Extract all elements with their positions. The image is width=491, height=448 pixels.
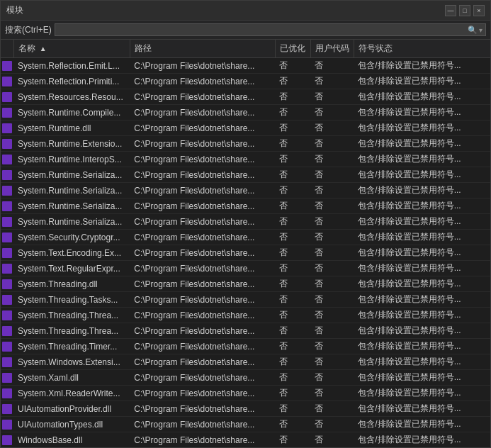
module-optimized: 否 — [275, 292, 310, 308]
table-row[interactable]: System.Reflection.Primiti...C:\Program F… — [1, 74, 490, 89]
module-optimized: 否 — [275, 339, 310, 354]
module-icon — [2, 435, 12, 445]
module-icon — [2, 186, 12, 196]
search-input[interactable] — [58, 25, 468, 35]
restore-button[interactable]: □ — [459, 5, 470, 16]
module-path: C:\Program Files\dotnet\share... — [130, 121, 275, 136]
module-usercode: 否 — [310, 354, 354, 370]
module-path: C:\Program Files\dotnet\share... — [130, 323, 275, 339]
table-row[interactable]: System.Xml.ReaderWrite...C:\Program File… — [1, 386, 490, 401]
module-usercode: 否 — [310, 308, 354, 323]
module-optimized: 否 — [275, 432, 310, 448]
table-row[interactable]: UIAutomationTypes.dllC:\Program Files\do… — [1, 417, 490, 432]
table-row[interactable]: System.Runtime.dllC:\Program Files\dotne… — [1, 121, 490, 136]
table-row[interactable]: System.Windows.Extensi...C:\Program File… — [1, 354, 490, 370]
module-path: C:\Program Files\dotnet\share... — [130, 386, 275, 401]
module-icon-cell — [1, 89, 13, 105]
module-usercode: 否 — [310, 167, 354, 183]
table-row[interactable]: System.Reflection.Emit.L...C:\Program Fi… — [1, 58, 490, 74]
module-icon-cell — [1, 198, 13, 214]
table-row[interactable]: System.Text.Encoding.Ex...C:\Program Fil… — [1, 245, 490, 261]
module-usercode: 否 — [310, 183, 354, 198]
table-row[interactable]: System.Runtime.Serializa...C:\Program Fi… — [1, 214, 490, 230]
module-icon — [2, 295, 12, 305]
module-optimized: 否 — [275, 245, 310, 261]
table-row[interactable]: UIAutomationProvider.dllC:\Program Files… — [1, 401, 490, 417]
module-icon-cell — [1, 276, 13, 292]
module-icon-cell — [1, 230, 13, 245]
module-icon-cell — [1, 308, 13, 323]
module-optimized: 否 — [275, 152, 310, 167]
table-row[interactable]: System.Runtime.Compile...C:\Program File… — [1, 105, 490, 121]
module-symbols: 包含/排除设置已禁用符号... — [354, 152, 490, 167]
module-optimized: 否 — [275, 308, 310, 323]
table-row[interactable]: System.Threading.dllC:\Program Files\dot… — [1, 276, 490, 292]
module-symbols: 包含/排除设置已禁用符号... — [354, 183, 490, 198]
module-path: C:\Program Files\dotnet\share... — [130, 58, 275, 74]
search-input-wrap[interactable]: 🔍 ▾ — [55, 23, 486, 36]
table-row[interactable]: System.Security.Cryptogr...C:\Program Fi… — [1, 230, 490, 245]
search-icon[interactable]: 🔍 — [468, 26, 478, 35]
col-header-name[interactable]: 名称 ▲ — [13, 40, 130, 58]
table-row[interactable]: System.Threading.Threa...C:\Program File… — [1, 308, 490, 323]
module-icon — [2, 420, 12, 430]
module-name: System.Runtime.Extensio... — [13, 136, 130, 152]
module-icon-cell — [1, 354, 13, 370]
table-row[interactable]: System.Runtime.Serializa...C:\Program Fi… — [1, 167, 490, 183]
col-header-icon — [1, 40, 13, 58]
modules-window: 模块 — □ × 搜索(Ctrl+E) 🔍 ▾ 名称 ▲ 路 — [0, 0, 491, 448]
col-header-usercode[interactable]: 用户代码 — [310, 40, 354, 58]
module-icon-cell — [1, 386, 13, 401]
module-path: C:\Program Files\dotnet\share... — [130, 183, 275, 198]
module-usercode: 否 — [310, 339, 354, 354]
module-icon — [2, 373, 12, 383]
table-row[interactable]: System.Runtime.Serializa...C:\Program Fi… — [1, 183, 490, 198]
title-controls: — □ × — [445, 5, 485, 16]
module-name: System.Threading.Tasks... — [13, 292, 130, 308]
module-name: System.Xaml.dll — [13, 370, 130, 386]
module-icon — [2, 123, 12, 133]
col-header-path[interactable]: 路径 — [130, 40, 275, 58]
title-bar: 模块 — □ × — [1, 1, 490, 21]
table-row[interactable]: System.Runtime.Serializa...C:\Program Fi… — [1, 198, 490, 214]
col-header-symbols[interactable]: 符号状态 — [354, 40, 490, 58]
module-name: System.Runtime.Serializa... — [13, 183, 130, 198]
module-name: System.Reflection.Emit.L... — [13, 58, 130, 74]
minimize-button[interactable]: — — [445, 5, 456, 16]
col-header-optimized[interactable]: 已优化 — [275, 40, 310, 58]
module-symbols: 包含/排除设置已禁用符号... — [354, 230, 490, 245]
module-icon — [2, 264, 12, 274]
table-row[interactable]: System.Threading.Threa...C:\Program File… — [1, 323, 490, 339]
module-optimized: 否 — [275, 105, 310, 121]
module-symbols: 包含/排除设置已禁用符号... — [354, 417, 490, 432]
module-optimized: 否 — [275, 167, 310, 183]
module-usercode: 否 — [310, 432, 354, 448]
module-name: System.Security.Cryptogr... — [13, 230, 130, 245]
module-icon — [2, 342, 12, 352]
module-usercode: 否 — [310, 58, 354, 74]
search-dropdown-arrow[interactable]: ▾ — [479, 26, 482, 34]
module-icon-cell — [1, 136, 13, 152]
table-row[interactable]: System.Xaml.dllC:\Program Files\dotnet\s… — [1, 370, 490, 386]
table-row[interactable]: System.Runtime.InteropS...C:\Program Fil… — [1, 152, 490, 167]
table-row[interactable]: System.Threading.Tasks...C:\Program File… — [1, 292, 490, 308]
module-icon — [2, 92, 12, 102]
module-symbols: 包含/排除设置已禁用符号... — [354, 198, 490, 214]
table-row[interactable]: WindowsBase.dllC:\Program Files\dotnet\s… — [1, 432, 490, 448]
module-usercode: 否 — [310, 401, 354, 417]
module-usercode: 否 — [310, 136, 354, 152]
module-icon-cell — [1, 152, 13, 167]
close-button[interactable]: × — [473, 5, 485, 16]
module-symbols: 包含/排除设置已禁用符号... — [354, 386, 490, 401]
table-row[interactable]: System.Runtime.Extensio...C:\Program Fil… — [1, 136, 490, 152]
module-usercode: 否 — [310, 323, 354, 339]
module-icon — [2, 217, 12, 227]
module-symbols: 包含/排除设置已禁用符号... — [354, 432, 490, 448]
table-row[interactable]: System.Threading.Timer...C:\Program File… — [1, 339, 490, 354]
modules-table-container[interactable]: 名称 ▲ 路径 已优化 用户代码 符号状态 System.Reflection.… — [1, 40, 490, 447]
table-row[interactable]: System.Text.RegularExpr...C:\Program Fil… — [1, 261, 490, 276]
module-optimized: 否 — [275, 89, 310, 105]
module-path: C:\Program Files\dotnet\share... — [130, 339, 275, 354]
table-row[interactable]: System.Resources.Resou...C:\Program File… — [1, 89, 490, 105]
module-usercode: 否 — [310, 386, 354, 401]
